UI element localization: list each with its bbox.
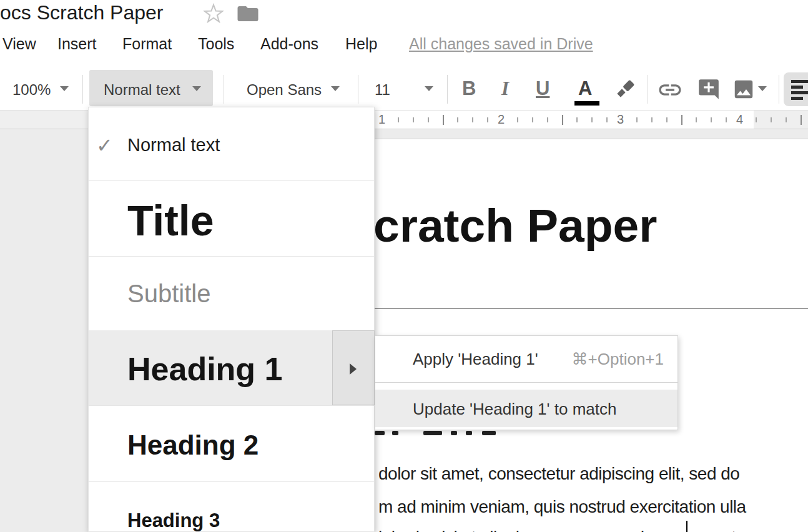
- ruler-tick: [487, 117, 488, 122]
- menu-view[interactable]: View: [2, 35, 36, 53]
- insert-comment-icon[interactable]: [697, 77, 721, 104]
- heading-1-submenu-button[interactable]: [332, 330, 375, 405]
- ruler-tick: [756, 117, 757, 122]
- ruler-number: 1: [378, 112, 385, 127]
- menu-help[interactable]: Help: [345, 35, 377, 53]
- text-color-swatch: [574, 101, 599, 106]
- body-text-line[interactable]: m ad minim veniam, quis nostrud exercita…: [378, 497, 746, 517]
- italic-button[interactable]: I: [501, 77, 509, 100]
- folder-icon[interactable]: [237, 4, 259, 26]
- submenu-item-apply-heading-1[interactable]: Apply 'Heading 1' ⌘+Option+1: [375, 336, 677, 382]
- heading-1-submenu: Apply 'Heading 1' ⌘+Option+1 Update 'Hea…: [375, 335, 678, 430]
- ruler-tick: [413, 117, 414, 122]
- paragraph-styles-menu: ✓ Normal text Title Subtitle Heading 1 H…: [88, 107, 375, 532]
- ruler-tick: [786, 117, 787, 122]
- menu-insert[interactable]: Insert: [57, 35, 97, 53]
- ruler-number: 3: [617, 112, 624, 127]
- star-icon[interactable]: [202, 2, 225, 28]
- text-cursor: [686, 521, 687, 532]
- insert-image-icon[interactable]: [732, 77, 756, 104]
- toolbar-separator: [779, 75, 779, 104]
- zoom-select[interactable]: 100%: [12, 81, 51, 99]
- toolbar-separator: [224, 75, 224, 104]
- submenu-item-update-heading-1[interactable]: Update 'Heading 1' to match: [375, 390, 677, 427]
- menu-item-title[interactable]: Title: [89, 181, 374, 256]
- ruler-tick: [636, 117, 638, 122]
- toolbar-separator: [82, 75, 83, 104]
- image-dropdown-arrow-icon[interactable]: [758, 86, 767, 91]
- ruler-tick: [398, 117, 399, 122]
- ruler-tick: [547, 117, 548, 122]
- body-text-line[interactable]: laboris nisi ut aliquip ex ea commodo co…: [378, 528, 736, 532]
- style-dropdown-arrow-icon[interactable]: [192, 86, 201, 91]
- clipped-heading-glyphs: [375, 431, 385, 435]
- align-left-button[interactable]: [784, 72, 808, 106]
- google-docs-window: ocs Scratch Paper View Insert Format Too…: [0, 0, 808, 532]
- toolbar: 100% Normal text Open Sans 11 B I U A: [0, 69, 808, 111]
- ruler-tick: [472, 117, 473, 122]
- ruler-number: 4: [736, 112, 743, 127]
- checkmark-icon: ✓: [96, 134, 113, 157]
- ruler-tick: [711, 117, 712, 122]
- menu-item-heading-2[interactable]: Heading 2: [89, 406, 374, 481]
- submenu-arrow-icon: [350, 363, 357, 375]
- menu-item-subtitle[interactable]: Subtitle: [89, 257, 374, 330]
- toolbar-separator: [648, 75, 648, 104]
- ruler-number: 2: [498, 112, 505, 127]
- document-heading-title[interactable]: cratch Paper: [373, 199, 657, 252]
- ruler-tick: [801, 115, 802, 125]
- ruler-tick: [457, 117, 458, 122]
- ruler-tick: [726, 117, 727, 122]
- ruler-tick: [606, 117, 608, 122]
- toolbar-separator: [358, 75, 358, 104]
- font-size-dropdown-arrow-icon[interactable]: [425, 86, 433, 91]
- text-color-button[interactable]: A: [578, 77, 592, 100]
- ruler-tick: [576, 117, 578, 122]
- menu-tools[interactable]: Tools: [198, 35, 234, 53]
- paragraph-style-value[interactable]: Normal text: [104, 81, 180, 99]
- titlebar: ocs Scratch Paper View Insert Format Too…: [0, 0, 808, 69]
- ruler-tick: [651, 117, 653, 122]
- menu-item-heading-3[interactable]: Heading 3: [89, 482, 374, 532]
- ruler-tick: [562, 115, 563, 125]
- ruler-tick: [532, 117, 533, 122]
- menubar: View Insert Format Tools Add-ons Help Al…: [0, 35, 808, 56]
- document-name[interactable]: ocs Scratch Paper: [0, 1, 163, 24]
- ruler-tick: [666, 117, 668, 122]
- keyboard-shortcut: ⌘+Option+1: [572, 350, 664, 369]
- ruler-tick: [696, 117, 697, 122]
- save-status-link[interactable]: All changes saved in Drive: [409, 35, 593, 53]
- ruler-tick: [591, 117, 593, 122]
- ruler-tick: [443, 115, 444, 125]
- menu-item-heading-1[interactable]: Heading 1: [89, 330, 374, 405]
- font-size-select[interactable]: 11: [375, 81, 390, 99]
- ruler-tick: [771, 117, 772, 122]
- font-dropdown-arrow-icon[interactable]: [331, 86, 340, 91]
- menu-item-normal-text[interactable]: ✓ Normal text: [89, 107, 374, 180]
- toolbar-separator: [447, 75, 448, 104]
- menu-format[interactable]: Format: [122, 35, 172, 53]
- zoom-dropdown-arrow-icon[interactable]: [60, 86, 69, 91]
- ruler-tick: [428, 117, 429, 122]
- font-select[interactable]: Open Sans: [247, 81, 322, 99]
- insert-link-icon[interactable]: [657, 77, 683, 106]
- paint-format-icon[interactable]: [612, 77, 637, 105]
- ruler-tick: [517, 117, 518, 122]
- menu-addons[interactable]: Add-ons: [260, 35, 318, 53]
- ruler-tick: [681, 115, 682, 125]
- align-left-icon: [791, 80, 808, 83]
- underline-button[interactable]: U: [536, 77, 549, 100]
- bold-button[interactable]: B: [462, 77, 476, 100]
- body-text-line[interactable]: dolor sit amet, consectetur adipiscing e…: [378, 464, 739, 484]
- ruler-text-area: [337, 111, 754, 129]
